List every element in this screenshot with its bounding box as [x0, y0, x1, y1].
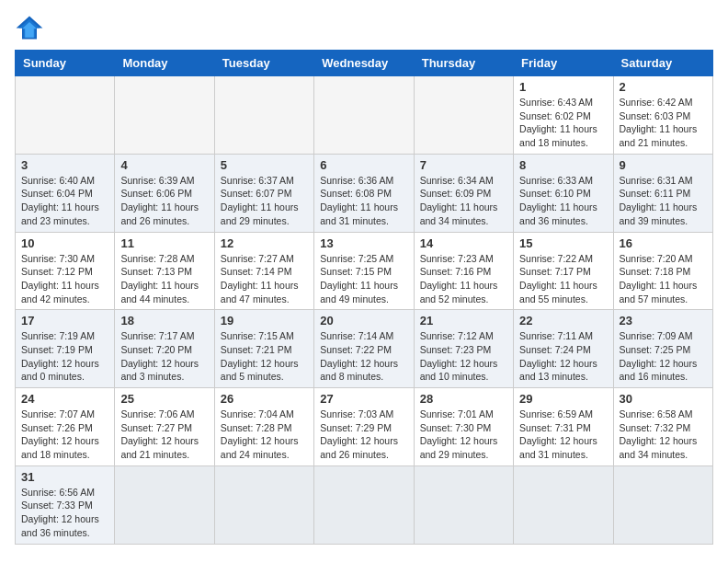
day-info: Sunrise: 7:11 AM Sunset: 7:24 PM Dayligh… [519, 329, 607, 384]
day-info: Sunrise: 7:23 AM Sunset: 7:16 PM Dayligh… [420, 252, 507, 306]
calendar-day-cell: 30Sunrise: 6:58 AM Sunset: 7:32 PM Dayli… [613, 388, 712, 466]
day-number: 2 [620, 80, 707, 94]
calendar-day-cell: 2Sunrise: 6:42 AM Sunset: 6:03 PM Daylig… [613, 76, 712, 155]
calendar-day-cell: 5Sunrise: 6:37 AM Sunset: 6:07 PM Daylig… [214, 154, 313, 232]
calendar-day-cell: 9Sunrise: 6:31 AM Sunset: 6:11 PM Daylig… [613, 154, 712, 232]
day-number: 25 [120, 392, 208, 406]
day-number: 7 [420, 158, 507, 172]
day-number: 30 [620, 392, 707, 406]
calendar-day-cell [414, 465, 513, 544]
day-info: Sunrise: 6:59 AM Sunset: 7:31 PM Dayligh… [519, 408, 607, 462]
day-info: Sunrise: 6:39 AM Sunset: 6:06 PM Dayligh… [120, 174, 208, 228]
day-number: 4 [120, 158, 208, 172]
day-number: 14 [420, 236, 507, 250]
day-number: 13 [320, 236, 407, 250]
day-header-saturday: Saturday [613, 51, 712, 76]
logo [15, 15, 48, 40]
calendar-day-cell: 27Sunrise: 7:03 AM Sunset: 7:29 PM Dayli… [314, 388, 414, 466]
day-number: 6 [320, 158, 407, 172]
calendar-day-cell [613, 465, 712, 544]
calendar-week-row: 24Sunrise: 7:07 AM Sunset: 7:26 PM Dayli… [16, 388, 713, 466]
day-number: 29 [519, 392, 607, 406]
calendar-day-cell [115, 76, 214, 155]
day-number: 23 [620, 314, 707, 327]
day-info: Sunrise: 7:14 AM Sunset: 7:22 PM Dayligh… [320, 329, 407, 384]
calendar-week-row: 1Sunrise: 6:43 AM Sunset: 6:02 PM Daylig… [16, 76, 713, 155]
calendar-day-cell: 18Sunrise: 7:17 AM Sunset: 7:20 PM Dayli… [115, 310, 214, 388]
day-number: 10 [21, 236, 108, 250]
calendar-day-cell: 25Sunrise: 7:06 AM Sunset: 7:27 PM Dayli… [115, 388, 214, 466]
day-header-monday: Monday [115, 51, 214, 76]
day-info: Sunrise: 6:40 AM Sunset: 6:04 PM Dayligh… [21, 174, 108, 228]
day-info: Sunrise: 6:34 AM Sunset: 6:09 PM Dayligh… [420, 174, 507, 228]
day-info: Sunrise: 6:56 AM Sunset: 7:33 PM Dayligh… [21, 486, 108, 540]
calendar-day-cell [514, 465, 613, 544]
calendar-week-row: 3Sunrise: 6:40 AM Sunset: 6:04 PM Daylig… [16, 154, 713, 232]
calendar-day-cell: 28Sunrise: 7:01 AM Sunset: 7:30 PM Dayli… [414, 388, 513, 466]
day-info: Sunrise: 7:22 AM Sunset: 7:17 PM Dayligh… [519, 252, 607, 306]
calendar-day-cell: 17Sunrise: 7:19 AM Sunset: 7:19 PM Dayli… [16, 310, 115, 388]
day-number: 1 [519, 80, 607, 94]
day-number: 15 [519, 236, 607, 250]
calendar-day-cell: 16Sunrise: 7:20 AM Sunset: 7:18 PM Dayli… [613, 232, 712, 310]
calendar-day-cell: 6Sunrise: 6:36 AM Sunset: 6:08 PM Daylig… [314, 154, 414, 232]
calendar-day-cell: 15Sunrise: 7:22 AM Sunset: 7:17 PM Dayli… [514, 232, 613, 310]
day-number: 21 [420, 314, 507, 327]
day-info: Sunrise: 6:36 AM Sunset: 6:08 PM Dayligh… [320, 174, 407, 228]
calendar-day-cell: 26Sunrise: 7:04 AM Sunset: 7:28 PM Dayli… [214, 388, 313, 466]
calendar-day-cell: 31Sunrise: 6:56 AM Sunset: 7:33 PM Dayli… [16, 465, 115, 544]
calendar-day-cell: 3Sunrise: 6:40 AM Sunset: 6:04 PM Daylig… [16, 154, 115, 232]
day-info: Sunrise: 6:33 AM Sunset: 6:10 PM Dayligh… [519, 174, 607, 228]
day-number: 20 [320, 314, 407, 327]
day-header-tuesday: Tuesday [214, 51, 313, 76]
calendar-week-row: 31Sunrise: 6:56 AM Sunset: 7:33 PM Dayli… [16, 465, 713, 544]
day-number: 11 [120, 236, 208, 250]
calendar-day-cell: 22Sunrise: 7:11 AM Sunset: 7:24 PM Dayli… [514, 310, 613, 388]
day-number: 9 [620, 158, 707, 172]
calendar-day-cell: 13Sunrise: 7:25 AM Sunset: 7:15 PM Dayli… [314, 232, 414, 310]
day-number: 5 [221, 158, 308, 172]
day-number: 31 [21, 470, 108, 484]
day-info: Sunrise: 7:25 AM Sunset: 7:15 PM Dayligh… [320, 252, 407, 306]
day-header-sunday: Sunday [16, 51, 115, 76]
calendar-day-cell: 12Sunrise: 7:27 AM Sunset: 7:14 PM Dayli… [214, 232, 313, 310]
header [15, 15, 713, 40]
day-number: 22 [519, 314, 607, 327]
calendar-day-cell [214, 465, 313, 544]
calendar-day-cell: 4Sunrise: 6:39 AM Sunset: 6:06 PM Daylig… [115, 154, 214, 232]
calendar: SundayMondayTuesdayWednesdayThursdayFrid… [15, 50, 713, 545]
day-info: Sunrise: 7:06 AM Sunset: 7:27 PM Dayligh… [120, 408, 208, 462]
day-number: 24 [21, 392, 108, 406]
day-info: Sunrise: 7:15 AM Sunset: 7:21 PM Dayligh… [221, 329, 308, 384]
calendar-week-row: 10Sunrise: 7:30 AM Sunset: 7:12 PM Dayli… [16, 232, 713, 310]
calendar-day-cell [414, 76, 513, 155]
calendar-day-cell: 23Sunrise: 7:09 AM Sunset: 7:25 PM Dayli… [613, 310, 712, 388]
day-header-thursday: Thursday [414, 51, 513, 76]
calendar-day-cell: 21Sunrise: 7:12 AM Sunset: 7:23 PM Dayli… [414, 310, 513, 388]
calendar-day-cell: 11Sunrise: 7:28 AM Sunset: 7:13 PM Dayli… [115, 232, 214, 310]
day-info: Sunrise: 6:37 AM Sunset: 6:07 PM Dayligh… [221, 174, 308, 228]
calendar-day-cell: 7Sunrise: 6:34 AM Sunset: 6:09 PM Daylig… [414, 154, 513, 232]
calendar-day-cell: 20Sunrise: 7:14 AM Sunset: 7:22 PM Dayli… [314, 310, 414, 388]
calendar-day-cell: 29Sunrise: 6:59 AM Sunset: 7:31 PM Dayli… [514, 388, 613, 466]
day-number: 18 [120, 314, 208, 327]
calendar-week-row: 17Sunrise: 7:19 AM Sunset: 7:19 PM Dayli… [16, 310, 713, 388]
day-info: Sunrise: 7:20 AM Sunset: 7:18 PM Dayligh… [620, 252, 707, 306]
day-info: Sunrise: 7:30 AM Sunset: 7:12 PM Dayligh… [21, 252, 108, 306]
day-header-wednesday: Wednesday [314, 51, 414, 76]
day-info: Sunrise: 6:31 AM Sunset: 6:11 PM Dayligh… [620, 174, 707, 228]
calendar-day-cell: 24Sunrise: 7:07 AM Sunset: 7:26 PM Dayli… [16, 388, 115, 466]
day-number: 28 [420, 392, 507, 406]
day-number: 26 [221, 392, 308, 406]
calendar-day-cell [314, 465, 414, 544]
day-number: 8 [519, 158, 607, 172]
day-info: Sunrise: 7:27 AM Sunset: 7:14 PM Dayligh… [221, 252, 308, 306]
day-number: 19 [221, 314, 308, 327]
day-info: Sunrise: 7:04 AM Sunset: 7:28 PM Dayligh… [221, 408, 308, 462]
calendar-day-cell: 8Sunrise: 6:33 AM Sunset: 6:10 PM Daylig… [514, 154, 613, 232]
calendar-day-cell: 10Sunrise: 7:30 AM Sunset: 7:12 PM Dayli… [16, 232, 115, 310]
day-info: Sunrise: 7:09 AM Sunset: 7:25 PM Dayligh… [620, 329, 707, 384]
calendar-day-cell [115, 465, 214, 544]
day-info: Sunrise: 7:01 AM Sunset: 7:30 PM Dayligh… [420, 408, 507, 462]
day-number: 16 [620, 236, 707, 250]
